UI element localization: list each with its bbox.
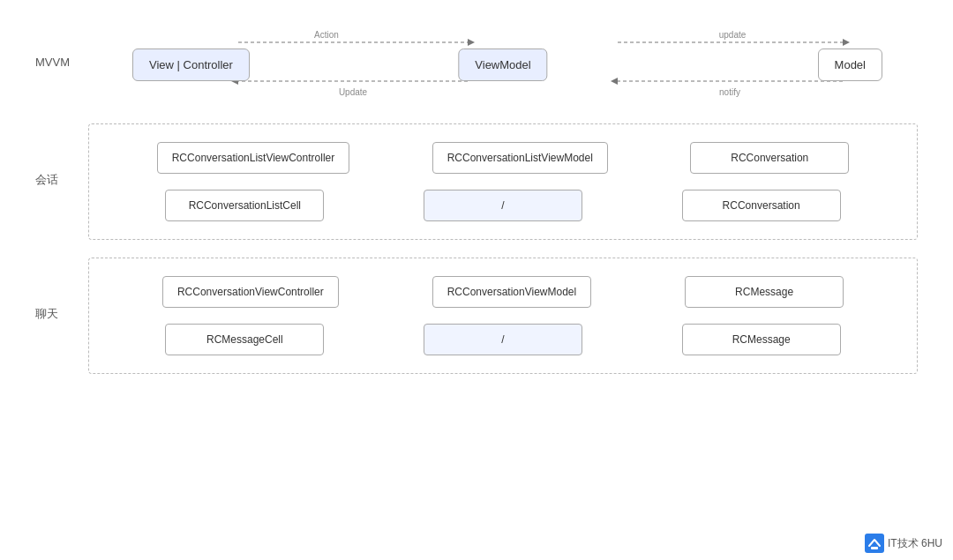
huihua-row-2: RCConversationListCell / RCConversation <box>116 190 890 221</box>
mvvm-model-box: Model <box>818 49 882 81</box>
huihua-r2-c2: / <box>424 190 582 221</box>
liaotian-row-2: RCMessageCell / RCMessage <box>116 324 890 355</box>
watermark-icon <box>865 534 884 553</box>
svg-marker-4 <box>843 39 850 46</box>
huihua-r1-c2: RCConversationListViewModel <box>432 142 608 174</box>
liaotian-r2-c2: / <box>424 324 582 355</box>
liaotian-group-content: RCConversationViewController RCConversat… <box>88 258 918 374</box>
watermark: IT技术 6HU <box>865 534 942 553</box>
diagram-container: MVVM Action update Update notify <box>0 0 953 560</box>
huihua-r1-c1: RCConversationListViewController <box>157 142 350 174</box>
liaotian-r1-c1: RCConversationViewController <box>162 276 339 308</box>
svg-rect-13 <box>871 547 878 549</box>
huihua-row-1: RCConversationListViewController RCConve… <box>116 142 890 174</box>
svg-text:Action: Action <box>314 30 339 40</box>
liaotian-r2-c3: RCMessage <box>682 324 841 355</box>
huihua-r2-c3: RCConversation <box>682 190 841 221</box>
huihua-section: 会话 RCConversationListViewController RCCo… <box>35 123 918 240</box>
svg-marker-1 <box>468 39 475 46</box>
huihua-group-content: RCConversationListViewController RCConve… <box>88 123 918 240</box>
watermark-text: IT技术 6HU <box>888 536 942 551</box>
mvvm-section: MVVM Action update Update notify <box>35 26 918 97</box>
mvvm-label: MVVM <box>35 56 88 69</box>
liaotian-label: 聊天 <box>35 258 88 322</box>
svg-marker-10 <box>611 78 618 85</box>
svg-text:notify: notify <box>719 87 740 97</box>
huihua-r1-c3: RCConversation <box>690 142 849 174</box>
liaotian-r1-c3: RCMessage <box>685 276 844 308</box>
liaotian-r2-c1: RCMessageCell <box>165 324 324 355</box>
svg-text:Update: Update <box>339 87 368 97</box>
mvvm-view-controller-box: View | Controller <box>132 49 250 81</box>
liaotian-row-1: RCConversationViewController RCConversat… <box>116 276 890 308</box>
liaotian-r1-c2: RCConversationViewModel <box>432 276 592 308</box>
huihua-label: 会话 <box>35 123 88 188</box>
huihua-r2-c1: RCConversationListCell <box>165 190 324 221</box>
svg-rect-12 <box>865 534 884 553</box>
liaotian-section: 聊天 RCConversationViewController RCConver… <box>35 258 918 374</box>
svg-text:update: update <box>719 30 747 40</box>
mvvm-viewmodel-box: ViewModel <box>458 49 547 81</box>
